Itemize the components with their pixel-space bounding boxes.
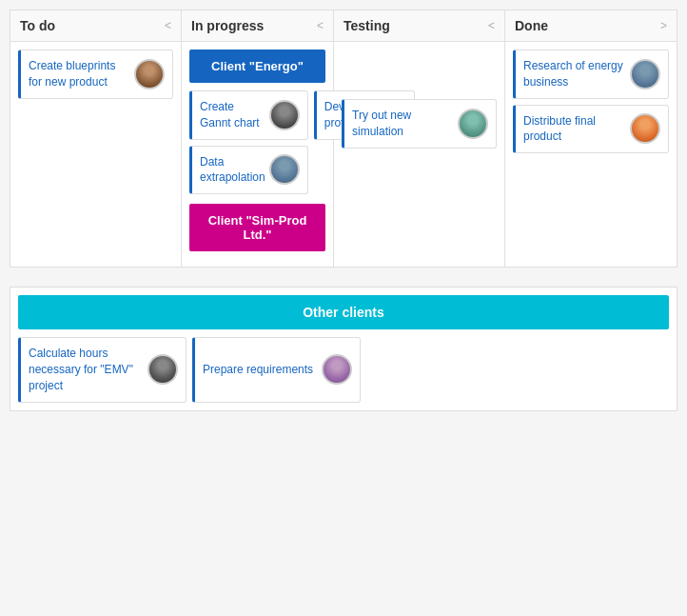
card-done-1[interactable]: Research of energy business: [513, 50, 669, 99]
avatar-testing-1: [458, 109, 488, 139]
client-energo-header: Client "Energo": [189, 50, 325, 83]
avatar-done-1: [630, 59, 660, 89]
card-todo-1[interactable]: Create blueprints for new product: [18, 50, 173, 99]
card-ip-1[interactable]: Create Gannt chart: [189, 90, 308, 140]
column-done-header: Done >: [505, 10, 677, 42]
board: To do < Create blueprints for new produc…: [10, 10, 677, 411]
avatar-todo-1: [134, 59, 165, 89]
avatar-ip-2: [269, 154, 300, 185]
card-done-2[interactable]: Distribute final product: [513, 105, 669, 154]
column-testing: Testing < Try out new simulation: [334, 10, 505, 267]
card-testing-1-text: Try out new simulation: [352, 108, 454, 140]
card-todo-1-text: Create blueprints for new product: [29, 58, 128, 90]
card-done-2-text: Distribute final product: [523, 113, 626, 146]
client-energo-label: Client "Energo": [211, 59, 304, 73]
card-testing-1[interactable]: Try out new simulation: [342, 99, 497, 149]
card-done-1-text: Research of energy business: [523, 58, 626, 90]
card-ip-1-text: Create Gannt chart: [200, 99, 265, 131]
avatar-oc-2: [322, 354, 352, 385]
column-testing-arrow[interactable]: <: [488, 19, 495, 32]
column-testing-header: Testing <: [334, 10, 504, 42]
column-done-arrow[interactable]: >: [660, 19, 667, 32]
column-todo-title: To do: [20, 18, 55, 33]
other-clients-label: Other clients: [303, 305, 384, 320]
column-inprogress-title: In progress: [191, 18, 264, 33]
client-sim-prod-label: Client "Sim-Prod Ltd.": [208, 213, 307, 242]
avatar-oc-1: [147, 354, 178, 385]
card-ip-2[interactable]: Data extrapolation: [189, 146, 308, 195]
other-clients-header: Other clients: [18, 295, 669, 329]
column-todo-header: To do <: [10, 10, 181, 42]
column-inprogress-arrow[interactable]: <: [317, 19, 324, 32]
column-todo-arrow[interactable]: <: [165, 19, 171, 32]
column-todo: To do < Create blueprints for new produc…: [10, 10, 182, 267]
card-ip-2-text: Data extrapolation: [200, 154, 265, 187]
column-done: Done > Research of energy business Distr…: [505, 10, 677, 267]
other-clients-section: Other clients Calculate hours necessary …: [10, 287, 677, 410]
card-oc-2[interactable]: Prepare requirements: [192, 337, 361, 402]
client-sim-prod-header: Client "Sim-Prod Ltd.": [189, 204, 325, 251]
inprogress-energo-left: Create Gannt chart Data extrapolation: [189, 90, 308, 194]
card-oc-2-text: Prepare requirements: [203, 362, 318, 378]
column-done-title: Done: [515, 18, 548, 33]
column-testing-title: Testing: [344, 18, 390, 33]
avatar-done-2: [630, 113, 660, 144]
column-inprogress: In progress < Client "Energo" Create Gan…: [182, 10, 334, 267]
card-oc-1[interactable]: Calculate hours necessary for "EMV" proj…: [18, 337, 186, 402]
card-oc-1-text: Calculate hours necessary for "EMV" proj…: [29, 346, 144, 393]
avatar-ip-1: [269, 100, 300, 130]
column-inprogress-header: In progress <: [182, 10, 333, 42]
